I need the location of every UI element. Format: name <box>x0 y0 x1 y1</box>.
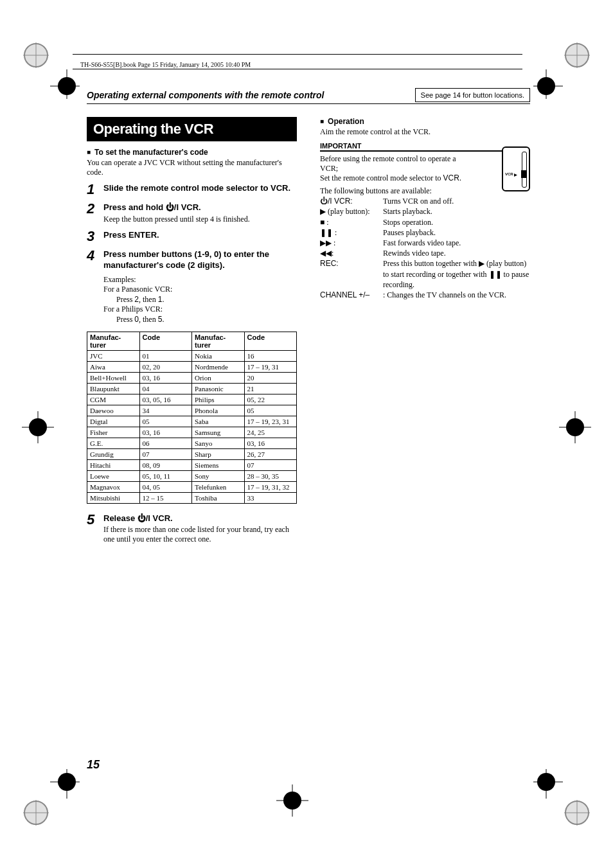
example-line: For a Philips VCR: <box>103 305 297 315</box>
step-number: 1 <box>87 182 100 197</box>
crop-mark-bl <box>22 769 80 827</box>
key-label: ▶▶ : <box>320 238 383 248</box>
step-text: Slide the remote control mode selector t… <box>103 182 297 194</box>
step-3: 3 Press ENTER. <box>87 229 297 244</box>
list-item: ❚❚ :Pauses playback. <box>320 227 530 238</box>
right-column: ■Operation Aim the remote control at the… <box>320 117 530 544</box>
key-desc: Pauses playback. <box>383 227 530 238</box>
step-number: 2 <box>87 202 100 216</box>
key-label: ■ : <box>320 217 383 227</box>
subhead-text: To set the manufacturer's code <box>94 148 208 157</box>
important-label: IMPORTANT <box>320 142 530 152</box>
step-number: 4 <box>87 249 100 263</box>
examples-label: Examples: <box>103 275 297 285</box>
step-number: 5 <box>87 513 100 527</box>
intro-text: You can operate a JVC VCR without settin… <box>87 158 297 177</box>
key-label: CHANNEL +/– <box>320 290 383 300</box>
step-text: Press ENTER. <box>103 229 297 241</box>
table-row: G.E.06Sanyo03, 16 <box>87 438 297 448</box>
step-2: 2 Press and hold ⏻/I VCR. Keep the butto… <box>87 202 297 224</box>
example-line: Press 2, then 1. <box>103 295 297 305</box>
vcr-label: VCR <box>505 172 513 176</box>
list-item: ◀◀:Rewinds video tape. <box>320 248 530 258</box>
page-number: 15 <box>87 758 100 772</box>
table-row: Fisher03, 16Samsung24, 25 <box>87 427 297 438</box>
table-row: Bell+Howell03, 16Orion20 <box>87 372 297 383</box>
reference-note: See page 14 for button locations. <box>415 88 530 102</box>
crop-mark-mr <box>559 411 591 443</box>
heading-banner: Operating the VCR <box>87 117 297 141</box>
table-row: Daewoo34Phonola05 <box>87 405 297 416</box>
key-desc: : Changes the TV channels on the VCR. <box>383 290 530 300</box>
subhead-set-code: ■To set the manufacturer's code <box>87 148 297 157</box>
examples: Examples: For a Panasonic VCR: Press 2, … <box>103 275 297 325</box>
step-1: 1 Slide the remote control mode selector… <box>87 182 297 197</box>
step-text: Release ⏻/I VCR. <box>103 513 297 524</box>
key-label: REC: <box>320 258 383 290</box>
list-item: ▶▶ :Fast forwards video tape. <box>320 238 530 248</box>
crop-mark-tr <box>533 41 591 99</box>
list-intro: The following buttons are available: <box>320 186 530 196</box>
table-row: Digtal05Saba17 – 19, 23, 31 <box>87 416 297 427</box>
key-desc: Rewinds video tape. <box>383 248 530 258</box>
section-divider <box>87 103 530 104</box>
list-item: CHANNEL +/– : Changes the TV channels on… <box>320 290 530 300</box>
table-row: Aiwa02, 20Nordmende17 – 19, 31 <box>87 361 297 372</box>
slider-knob-icon <box>521 170 526 178</box>
step-number: 3 <box>87 229 100 244</box>
crop-mark-tl <box>22 41 80 99</box>
key-label: ⏻/I VCR: <box>320 196 383 206</box>
slider-icon <box>522 152 527 188</box>
step-text: Press and hold ⏻/I VCR. <box>103 202 297 213</box>
table-row: CGM03, 05, 16Philips05, 22 <box>87 394 297 405</box>
table-row: Hitachi08, 09Siemens07 <box>87 459 297 470</box>
col-header: Manufac-turer <box>192 332 245 350</box>
table-row: Loewe05, 10, 11Sony28 – 30, 35 <box>87 470 297 481</box>
list-item: REC:Press this button together with ▶ (p… <box>320 258 530 290</box>
table-row: Mitsubishi12 – 15Toshiba33 <box>87 492 297 503</box>
key-desc: Stops operation. <box>383 217 530 227</box>
aim-text: Aim the remote control at the VCR. <box>320 127 530 137</box>
key-desc: Press this button together with ▶ (play … <box>383 258 530 290</box>
table-row: JVC01Nokia16 <box>87 350 297 361</box>
header-line-bottom <box>73 69 522 69</box>
list-item: ■ :Stops operation. <box>320 217 530 227</box>
step-4: 4 Press number buttons (1-9, 0) to enter… <box>87 249 297 271</box>
arrow-icon: ▸ <box>514 171 517 178</box>
table-row: Magnavox04, 05Telefunken17 – 19, 31, 32 <box>87 481 297 492</box>
example-line: Press 0, then 5. <box>103 315 297 325</box>
table-row: Grundig07Sharp26, 27 <box>87 448 297 459</box>
key-desc: Turns VCR on and off. <box>383 196 530 206</box>
key-desc: Starts playback. <box>383 206 530 217</box>
header-line-top <box>73 54 522 55</box>
crop-mark-br <box>533 769 591 827</box>
step-text: Press number buttons (1-9, 0) to enter t… <box>103 249 297 271</box>
col-header: Code <box>244 332 297 350</box>
remote-diagram: VCR ▸ <box>502 146 530 191</box>
step-note: If there is more than one code listed fo… <box>103 525 297 544</box>
square-bullet-icon: ■ <box>320 118 324 125</box>
step-5: 5 Release ⏻/I VCR. If there is more than… <box>87 513 297 545</box>
square-bullet-icon: ■ <box>87 148 91 155</box>
table-row: Blaupunkt04Panasonic21 <box>87 383 297 394</box>
key-label: ▶ (play button): <box>320 206 383 217</box>
page-header: TH-S66-S55[B].book Page 15 Friday, Janua… <box>80 61 251 68</box>
important-text: Before using the remote control to opera… <box>320 154 474 183</box>
crop-mark-bc <box>276 784 308 817</box>
subhead-text: Operation <box>328 117 364 126</box>
list-item: ▶ (play button):Starts playback. <box>320 206 530 217</box>
key-label: ❚❚ : <box>320 227 383 238</box>
example-line: For a Panasonic VCR: <box>103 285 297 295</box>
step-note: Keep the button pressed until step 4 is … <box>103 215 297 224</box>
subhead-operation: ■Operation <box>320 117 530 126</box>
list-item: ⏻/I VCR:Turns VCR on and off. <box>320 196 530 206</box>
key-label: ◀◀: <box>320 248 383 258</box>
codes-table: Manufac-turer Code Manufac-turer Code JV… <box>87 332 297 504</box>
operation-list: The following buttons are available: ⏻/I… <box>320 186 530 300</box>
crop-mark-ml <box>22 411 54 443</box>
col-header: Manufac-turer <box>87 332 140 350</box>
key-desc: Fast forwards video tape. <box>383 238 530 248</box>
left-column: Operating the VCR ■To set the manufactur… <box>87 117 297 544</box>
col-header: Code <box>139 332 192 350</box>
